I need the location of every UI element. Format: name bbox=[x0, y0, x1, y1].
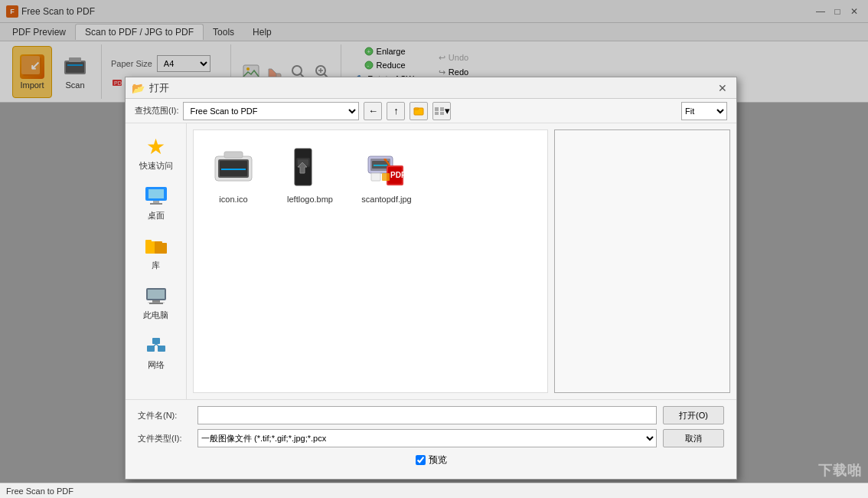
svg-rect-40 bbox=[150, 203, 162, 205]
this-pc-label: 此电脑 bbox=[143, 310, 168, 321]
file-item-leftlogo-bmp[interactable]: leftlogo.bmp bbox=[279, 139, 341, 207]
preview-pane bbox=[554, 129, 730, 393]
svg-rect-49 bbox=[148, 302, 165, 303]
dialog-toolbar: 查找范围(I): Free Scan to PDF ← ↑ ▾ Fit 100%… bbox=[126, 99, 736, 123]
nav-up-button[interactable]: ↑ bbox=[387, 102, 405, 120]
dialog-close-button[interactable]: ✕ bbox=[715, 80, 730, 96]
bmp-file-icon bbox=[286, 143, 334, 192]
open-file-dialog: 📂 打开 ✕ 查找范围(I): Free Scan to PDF ← ↑ ▾ bbox=[125, 77, 737, 480]
desktop-icon bbox=[142, 184, 170, 208]
library-label: 库 bbox=[152, 260, 160, 271]
path-label: 查找范围(I): bbox=[135, 105, 178, 116]
nav-item-desktop[interactable]: 桌面 bbox=[130, 179, 182, 226]
filename-input[interactable] bbox=[197, 406, 657, 424]
file-item-icon-ico[interactable]: icon.ico bbox=[203, 139, 264, 207]
nav-item-this-pc[interactable]: 此电脑 bbox=[130, 279, 182, 326]
svg-rect-38 bbox=[148, 189, 164, 198]
filename-row: 文件名(N): 打开(O) bbox=[138, 406, 724, 424]
quick-access-icon: ★ bbox=[142, 134, 170, 159]
nav-item-network[interactable]: 网络 bbox=[130, 329, 182, 375]
file-name-icon-ico: icon.ico bbox=[219, 195, 247, 204]
status-text: Free Scan to PDF bbox=[6, 487, 73, 496]
svg-rect-33 bbox=[435, 107, 439, 111]
status-bar: Free Scan to PDF bbox=[0, 483, 868, 498]
svg-rect-66 bbox=[374, 165, 387, 166]
svg-rect-41 bbox=[145, 241, 156, 254]
filetype-row: 文件类型(I): 一般图像文件 (*.tif;*.gif;*.jpg;*.pcx… bbox=[138, 429, 724, 447]
view-mode-select[interactable]: Fit 100% 50% bbox=[681, 102, 727, 120]
svg-text:PDF: PDF bbox=[390, 171, 406, 179]
svg-rect-59 bbox=[224, 152, 243, 158]
svg-rect-52 bbox=[152, 338, 160, 344]
svg-rect-46 bbox=[148, 290, 165, 299]
nav-item-quick-access[interactable]: ★ 快速访问 bbox=[130, 129, 182, 176]
file-name-scantopdf-jpg: scantopdf.jpg bbox=[361, 195, 411, 204]
network-label: 网络 bbox=[148, 359, 165, 371]
svg-rect-42 bbox=[145, 240, 152, 243]
new-folder-icon bbox=[413, 106, 424, 116]
view-options-icon bbox=[434, 106, 445, 116]
filename-label: 文件名(N): bbox=[138, 410, 191, 421]
svg-rect-43 bbox=[155, 243, 167, 254]
library-icon bbox=[142, 234, 170, 258]
svg-rect-35 bbox=[435, 112, 439, 115]
path-select[interactable]: Free Scan to PDF bbox=[183, 102, 359, 120]
file-name-leftlogo-bmp: leftlogo.bmp bbox=[287, 195, 333, 204]
network-icon bbox=[142, 333, 170, 358]
filetype-label: 文件类型(I): bbox=[138, 433, 191, 444]
svg-rect-39 bbox=[153, 201, 159, 203]
jpg-file-icon: PDF bbox=[362, 143, 411, 192]
dialog-title-text: 打开 bbox=[149, 81, 169, 95]
nav-new-folder-button[interactable] bbox=[410, 102, 428, 120]
preview-checkbox[interactable] bbox=[416, 455, 426, 465]
svg-rect-32 bbox=[414, 108, 419, 110]
dialog-left-nav: ★ 快速访问 桌面 bbox=[126, 123, 187, 399]
svg-rect-34 bbox=[440, 107, 444, 111]
nav-back-button[interactable]: ← bbox=[364, 102, 382, 120]
dialog-title-left: 📂 打开 bbox=[132, 81, 169, 95]
dialog-title-icon: 📂 bbox=[132, 82, 145, 94]
svg-rect-44 bbox=[155, 241, 162, 244]
open-button[interactable]: 打开(O) bbox=[663, 406, 724, 424]
dialog-titlebar: 📂 打开 ✕ bbox=[126, 77, 736, 99]
preview-checkbox-row: 预览 bbox=[138, 454, 724, 467]
dialog-body: ★ 快速访问 桌面 bbox=[126, 123, 736, 399]
file-item-scantopdf-jpg[interactable]: PDF scantopdf.jpg bbox=[356, 139, 417, 207]
view-options-button[interactable]: ▾ bbox=[432, 102, 451, 120]
nav-item-library[interactable]: 库 bbox=[130, 229, 182, 276]
svg-rect-36 bbox=[440, 112, 444, 115]
svg-rect-72 bbox=[382, 173, 390, 181]
dialog-footer: 文件名(N): 打开(O) 文件类型(I): 一般图像文件 (*.tif;*.g… bbox=[126, 399, 736, 479]
ico-file-icon bbox=[209, 143, 258, 192]
preview-checkbox-label: 预览 bbox=[429, 454, 447, 467]
this-pc-icon bbox=[142, 283, 170, 308]
cancel-button[interactable]: 取消 bbox=[663, 429, 724, 447]
quick-access-label: 快速访问 bbox=[139, 160, 173, 172]
filetype-select[interactable]: 一般图像文件 (*.tif;*.gif;*.jpg;*.pcx bbox=[197, 429, 657, 447]
svg-rect-58 bbox=[221, 169, 246, 170]
desktop-label: 桌面 bbox=[148, 210, 165, 221]
svg-rect-71 bbox=[371, 173, 380, 181]
file-area: icon.ico leftlogo.bmp bbox=[193, 129, 548, 393]
